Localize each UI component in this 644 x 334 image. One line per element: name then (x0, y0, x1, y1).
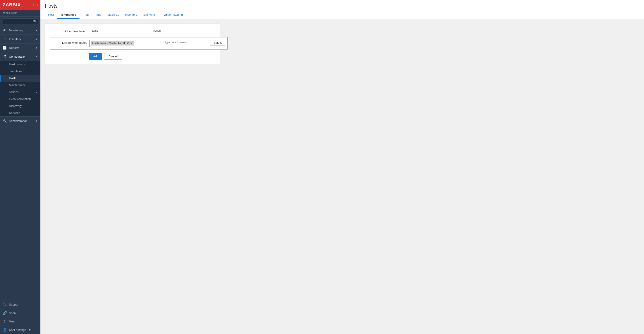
sidebar-item-administration[interactable]: 🔧 Administration ▼ (0, 117, 40, 125)
administration-icon: 🔧 (3, 119, 7, 123)
reports-icon: 📄 (3, 46, 7, 50)
sidebar-item-event-correlation[interactable]: Event correlation (0, 96, 40, 102)
nav-section-configuration: ⚙ Configuration ▲ Host groups Templates … (0, 52, 40, 117)
sidebar-search-area: 🔍 (0, 16, 40, 26)
remove-tag-icon[interactable]: ✕ (130, 42, 132, 45)
expand-icon[interactable]: □ (36, 3, 38, 7)
tab-templates-badge: 1 (75, 13, 76, 16)
form-actions: Add Cancel (50, 53, 215, 60)
tab-macros-label: Macros (108, 13, 117, 16)
event-correlation-label: Event correlation (9, 97, 31, 101)
template-tag: Elasticsearch Cluster by HTTP ✕ (91, 41, 134, 45)
actions-label: Actions (9, 90, 19, 94)
username: zabbix-redis (3, 11, 17, 14)
linked-templates-row: Linked templates Name Action (50, 28, 215, 33)
sidebar-item-support[interactable]: 🎧 Support (0, 300, 40, 309)
nav-section-inventory: ☰ Inventory ▼ (0, 35, 40, 43)
tab-templates-label: Templates (60, 13, 74, 16)
reports-label: Reports (9, 46, 33, 49)
sidebar-item-discovery[interactable]: Discovery (0, 102, 40, 109)
sidebar-item-reports[interactable]: 📄 Reports ▼ (0, 43, 40, 52)
sidebar-user: zabbix-redis (0, 10, 40, 16)
administration-arrow: ▼ (36, 120, 38, 122)
sidebar-item-maintenance[interactable]: Maintenance (0, 82, 40, 89)
reports-arrow: ▼ (36, 47, 38, 49)
services-label: Services (9, 111, 20, 115)
monitoring-icon: 👁 (3, 28, 7, 32)
configuration-subitems: Host groups Templates Hosts Maintenance … (0, 61, 40, 116)
user-icon: 👤 (3, 328, 7, 332)
tab-tags-label: Tags (95, 13, 101, 16)
sidebar-logo[interactable]: ZABBIX (3, 2, 21, 7)
nav-section-administration: 🔧 Administration ▼ (0, 117, 40, 125)
template-tags-container[interactable]: Elasticsearch Cluster by HTTP ✕ (89, 40, 161, 47)
sidebar: ZABBIX « □ zabbix-redis 🔍 👁 Monitoring ▼… (0, 0, 40, 334)
user-settings-label: User settings (9, 328, 26, 332)
sidebar-item-monitoring[interactable]: 👁 Monitoring ▼ (0, 26, 40, 34)
sidebar-item-templates[interactable]: Templates (0, 68, 40, 75)
sidebar-item-share[interactable]: 🔗 Share (0, 309, 40, 317)
maintenance-label: Maintenance (9, 83, 26, 87)
col-action-header: Action (151, 28, 215, 33)
linked-templates-table: Name Action (89, 28, 215, 33)
sidebar-item-host-groups[interactable]: Host groups (0, 61, 40, 68)
select-button[interactable]: Select (210, 40, 225, 46)
actions-arrow: ► (36, 91, 38, 93)
tab-macros[interactable]: Macros1 (104, 11, 122, 19)
sidebar-item-configuration[interactable]: ⚙ Configuration ▲ (0, 52, 40, 61)
sidebar-item-hosts[interactable]: Hosts (0, 75, 40, 82)
inventory-icon: ☰ (3, 37, 7, 41)
nav-section-reports: 📄 Reports ▼ (0, 43, 40, 52)
monitoring-arrow: ▼ (36, 29, 38, 32)
tab-macros-badge: 1 (117, 13, 119, 16)
configuration-icon: ⚙ (3, 54, 7, 58)
link-new-label: Link new templates (52, 40, 87, 44)
tab-inventory[interactable]: Inventory (122, 11, 140, 19)
sidebar-item-help[interactable]: ? Help (0, 317, 40, 326)
support-icon: 🎧 (3, 302, 7, 307)
nav-section-monitoring: 👁 Monitoring ▼ (0, 26, 40, 35)
share-label: Share (9, 311, 17, 315)
host-groups-label: Host groups (9, 63, 25, 66)
discovery-label: Discovery (9, 104, 22, 108)
administration-label: Administration (9, 119, 33, 123)
tab-ipmi[interactable]: IPMI (80, 11, 92, 19)
main-content: Hosts Host Templates1 IPMI Tags Macros1 … (40, 0, 644, 334)
sidebar-item-user-settings[interactable]: 👤 User settings ▼ (0, 326, 40, 334)
link-new-box: Link new templates Elasticsearch Cluster… (50, 37, 228, 49)
search-icon[interactable]: 🔍 (33, 20, 37, 23)
search-input[interactable] (2, 18, 38, 24)
sidebar-item-inventory[interactable]: ☰ Inventory ▼ (0, 35, 40, 43)
col-name-header: Name (89, 28, 151, 33)
monitoring-label: Monitoring (9, 29, 33, 32)
help-icon: ? (3, 320, 7, 323)
form-card: Linked templates Name Action (45, 23, 220, 64)
page-header: Hosts Host Templates1 IPMI Tags Macros1 … (40, 0, 644, 19)
template-search-input[interactable] (163, 40, 208, 45)
collapse-icon[interactable]: « (33, 3, 34, 7)
tab-inventory-label: Inventory (125, 13, 137, 16)
hosts-label: Hosts (9, 76, 16, 80)
configuration-arrow: ▲ (36, 55, 38, 58)
tab-value-mapping[interactable]: Value mapping (160, 11, 186, 19)
sidebar-controls: « □ (33, 3, 38, 7)
tab-host-label: Host (48, 13, 54, 16)
cancel-button[interactable]: Cancel (104, 53, 122, 60)
tab-tags[interactable]: Tags (92, 11, 104, 19)
tab-value-mapping-label: Value mapping (164, 13, 183, 16)
configuration-label: Configuration (9, 55, 33, 58)
inventory-label: Inventory (9, 37, 33, 41)
link-new-row: Link new templates Elasticsearch Cluster… (50, 37, 215, 49)
tab-templates[interactable]: Templates1 (57, 11, 80, 19)
templates-label: Templates (9, 69, 22, 73)
template-tags-area: Elasticsearch Cluster by HTTP ✕ (89, 40, 208, 47)
support-label: Support (9, 303, 19, 306)
sidebar-item-actions[interactable]: Actions ► (0, 89, 40, 96)
tab-encryption[interactable]: Encryption (140, 11, 160, 19)
inventory-arrow: ▼ (36, 38, 38, 40)
tab-ipmi-label: IPMI (83, 13, 89, 16)
tab-host[interactable]: Host (45, 11, 57, 19)
sidebar-item-services[interactable]: Services (0, 109, 40, 116)
template-tag-name: Elasticsearch Cluster by HTTP (92, 42, 129, 45)
add-button[interactable]: Add (89, 53, 102, 60)
